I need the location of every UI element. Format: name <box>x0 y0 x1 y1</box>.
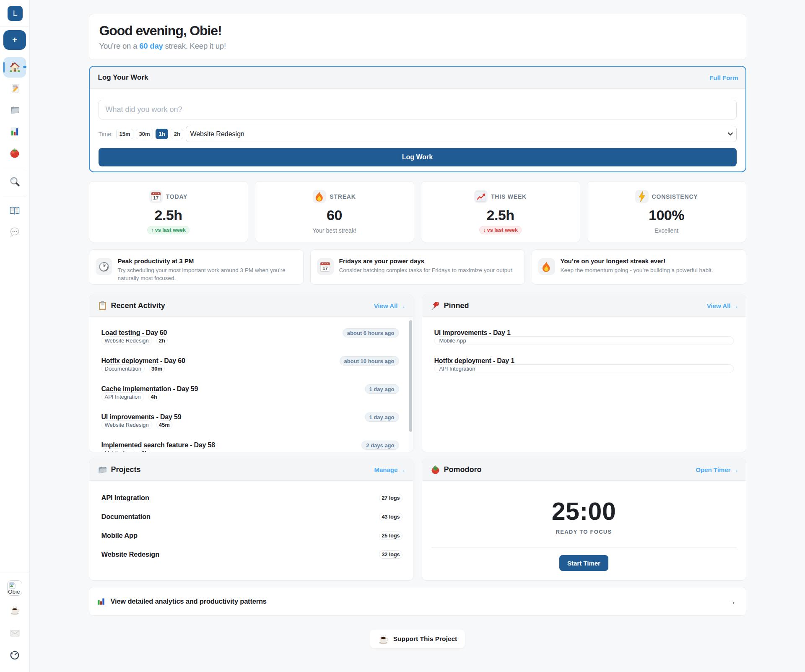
svg-text:17: 17 <box>153 195 159 200</box>
svg-text:17: 17 <box>322 265 328 270</box>
